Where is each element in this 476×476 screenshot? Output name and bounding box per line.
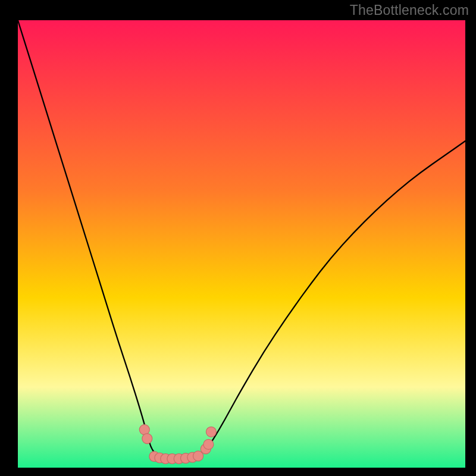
curve-marker xyxy=(139,425,149,435)
curve-marker xyxy=(206,427,216,437)
watermark-label: TheBottleneck.com xyxy=(350,2,469,18)
bottleneck-chart xyxy=(0,0,476,476)
chart-stage: TheBottleneck.com xyxy=(0,0,476,476)
curve-marker xyxy=(203,439,214,449)
gradient-background xyxy=(18,20,465,468)
curve-marker xyxy=(142,434,152,444)
